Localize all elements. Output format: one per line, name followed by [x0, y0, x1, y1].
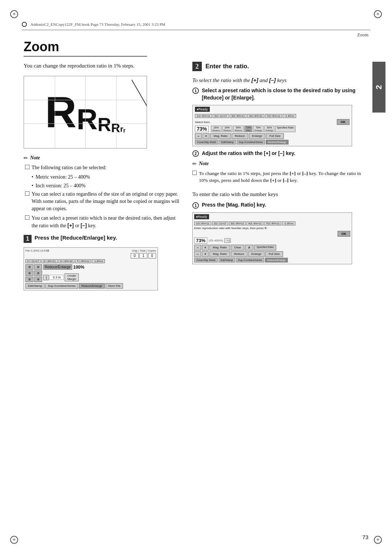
- copier-screen-1: File C,2003 13:53⊞ Origi | Total | Copie…: [24, 247, 158, 290]
- paper-tab-5[interactable]: ↑L 8½>c: [92, 259, 105, 263]
- s3-paper-5[interactable]: TU□ 8½×11: [264, 221, 281, 225]
- substep-a2: 2 Adjust the ratios with the [+] or [–] …: [192, 150, 370, 157]
- s3-dup-tab[interactable]: Dup./Combine/Series: [236, 258, 265, 262]
- r-vline-3: [116, 76, 117, 148]
- left-nav-btn[interactable]: ·|: [43, 275, 49, 280]
- copy-icon-btn-3[interactable]: ⊞: [25, 270, 33, 276]
- s2-paper-4[interactable]: 4U□ 8½×11: [247, 114, 264, 118]
- inch-text: Inch version: 25 – 400%: [36, 182, 86, 190]
- enlarge-btn-2[interactable]: Enlarge: [249, 133, 266, 139]
- paper-tab-2[interactable]: 3↑□ 8½×11: [41, 259, 57, 263]
- minus-btn-3b[interactable]: –: [194, 251, 201, 257]
- s3-paper-1[interactable]: 1U□ 8½×11: [194, 221, 211, 225]
- copy-icon-btn-5[interactable]: ⊞: [25, 277, 33, 282]
- substep-b1-text: Press the [Mag. Ratio] key.: [202, 202, 266, 208]
- s3-cover-tab[interactable]: Cover/Slip Sheet: [194, 258, 218, 262]
- note-text-1: The following ratios can be selected:: [32, 164, 106, 171]
- r-letter-med1: R: [77, 105, 98, 134]
- reduce-enlarge-tab-active[interactable]: Reduce/Enlarge: [43, 264, 72, 270]
- paper-tab-4[interactable]: T↑□ 8½×11: [75, 259, 91, 263]
- store-file-tab[interactable]: Store File: [106, 283, 123, 289]
- s2-paper-1[interactable]: 1U□ 8½×11: [195, 114, 212, 118]
- mag-ratio-btn-2[interactable]: Mag. Ratio: [210, 133, 231, 139]
- create-margin-btn[interactable]: CreateMargin: [65, 273, 78, 281]
- s3-reduce-tab[interactable]: Reduce/Enlarge: [265, 258, 287, 262]
- paper-size-1: 11×17: [32, 260, 39, 262]
- select-from-label: Select from.: [195, 121, 211, 124]
- specified-ratio-btn-3[interactable]: Specified Ratio: [254, 245, 276, 250]
- plus-btn-3b[interactable]: +: [202, 251, 209, 257]
- hash-btn-3[interactable]: #: [245, 245, 253, 250]
- note-right-item-1: To change the ratio in 1% steps, just pr…: [192, 170, 370, 184]
- margin-display: 0.3 in: [49, 275, 64, 280]
- screen2-pct: 73%: [195, 126, 209, 132]
- ok-button-3[interactable]: OK: [338, 231, 351, 237]
- r-letter-small1: R: [98, 115, 111, 134]
- copy-icon-btn-1[interactable]: ⊞: [25, 264, 33, 270]
- edit-stamp-tab[interactable]: Edit/Stamp: [25, 283, 45, 289]
- mag-ratio-btn-3[interactable]: Mag. Ratio: [209, 245, 230, 250]
- s3-paper-6[interactable]: ↑L 8½>c: [282, 221, 295, 225]
- substep-a1-num: 1: [192, 87, 199, 94]
- paper-tab-1[interactable]: 2↑□ 11×17: [25, 259, 41, 263]
- ok-button-2[interactable]: OK: [337, 119, 350, 125]
- minus-btn-2[interactable]: –: [195, 133, 202, 139]
- plus-btn-3[interactable]: +: [202, 245, 209, 250]
- enlarge-btn-3b[interactable]: Enlarge: [248, 251, 265, 257]
- paper-size-3: 8½×14: [65, 260, 73, 262]
- clear-btn-3[interactable]: Clear: [231, 245, 244, 250]
- screen1-nav-row: ·| 0.3 in CreateMargin: [43, 273, 156, 281]
- checkbox-3: [25, 215, 29, 220]
- specified-ratio-btn[interactable]: Specified Ratio: [275, 126, 295, 132]
- left-column: You can change the reproduction ratio in…: [24, 62, 180, 295]
- screen2-ready-row: ♦Ready: [195, 107, 350, 113]
- s2-paper-6[interactable]: ↑L 8½>c: [283, 114, 296, 118]
- s2-paper-3[interactable]: 3U□ 8½×11: [230, 114, 247, 118]
- preset-93[interactable]: 93%Enlarge: [264, 126, 275, 132]
- s2-cover-tab[interactable]: Cover/Slip Sheet: [195, 140, 219, 144]
- minus-btn-3[interactable]: –: [194, 245, 201, 250]
- dup-combine-tab[interactable]: Dup./Combine/Series: [45, 283, 78, 289]
- copy-icon-btn-4[interactable]: ⊞: [34, 270, 42, 276]
- screen1-paper-tabs: 2↑□ 11×17 3↑□ 8½×11 4↑□ 8½×14 T↑□ 8½×11 …: [25, 259, 156, 263]
- r-hline-2: [24, 123, 147, 124]
- reduce-enlarge-tab[interactable]: Reduce/Enlarge: [79, 283, 105, 289]
- screen3-controls-row1: – + Mag. Ratio Clear # Specified Ratio: [194, 245, 350, 250]
- copy-icon-btn-6[interactable]: ⊞: [34, 277, 42, 282]
- s2-reduce-tab[interactable]: Reduce/Enlarge: [266, 140, 288, 144]
- preset-73-active[interactable]: 73%Auto: [244, 126, 252, 132]
- full-size-btn-2[interactable]: Full Size: [266, 133, 284, 139]
- s2-paper-5[interactable]: TU□ 8½×11: [265, 114, 282, 118]
- paper-size-2: 8½×11: [48, 260, 56, 262]
- checkbox-2: [25, 191, 29, 196]
- s3-paper-3[interactable]: 3U□ 8½×11: [229, 221, 246, 225]
- corner-mark-bl: [10, 536, 18, 544]
- screen1-counters: Origi | Total | Copies: [132, 249, 156, 252]
- preset-78[interactable]: 78%Enlarge: [253, 126, 264, 132]
- preset-25[interactable]: 25%Reduce: [211, 126, 221, 132]
- arrow-icon-3[interactable]: →|: [224, 238, 231, 243]
- ready-bar-2: ♦Ready: [195, 107, 210, 112]
- screen1-top-info: File C,2003 13:53⊞ Origi | Total | Copie…: [25, 249, 156, 252]
- preset-34[interactable]: 34%Reduce: [222, 126, 233, 132]
- s3-edit-tab[interactable]: Edit/Stamp: [219, 258, 235, 262]
- copy-icon-btn-2[interactable]: ⊞: [34, 264, 42, 270]
- reduce-btn-3b[interactable]: Reduce: [231, 251, 248, 257]
- s3-paper-4[interactable]: 4U□ 8½×11: [246, 221, 264, 225]
- plus-btn-2[interactable]: +: [203, 133, 209, 139]
- s2-edit-tab[interactable]: Edit/Stamp: [219, 140, 236, 144]
- r-vline-2: [85, 76, 86, 148]
- s2-paper-2[interactable]: 2U□ 11×17: [213, 114, 229, 118]
- counter-boxes: 0 1 0: [131, 253, 156, 258]
- reduce-btn-2[interactable]: Reduce: [232, 133, 248, 139]
- screen3-bottom-tabs: Cover/Slip Sheet Edit/Stamp Dup./Combine…: [194, 258, 350, 262]
- paper-tab-3[interactable]: 4↑□ 8½×14: [58, 259, 74, 263]
- bullet-dot-1: •: [32, 173, 33, 181]
- s3-paper-2[interactable]: 2U□ 11×17: [212, 221, 228, 225]
- note-item-3: You can select a preset ratio which is n…: [24, 215, 180, 230]
- s2-dup-tab[interactable]: Dup./Combine/Series: [237, 140, 265, 144]
- mag-ratio-btn-3b[interactable]: Mag. Ratio: [209, 251, 230, 257]
- preset-65[interactable]: 65%Reduce: [233, 126, 244, 132]
- full-size-btn-3b[interactable]: Full Size: [265, 251, 283, 257]
- note-title-right: ✏ Note: [192, 161, 370, 167]
